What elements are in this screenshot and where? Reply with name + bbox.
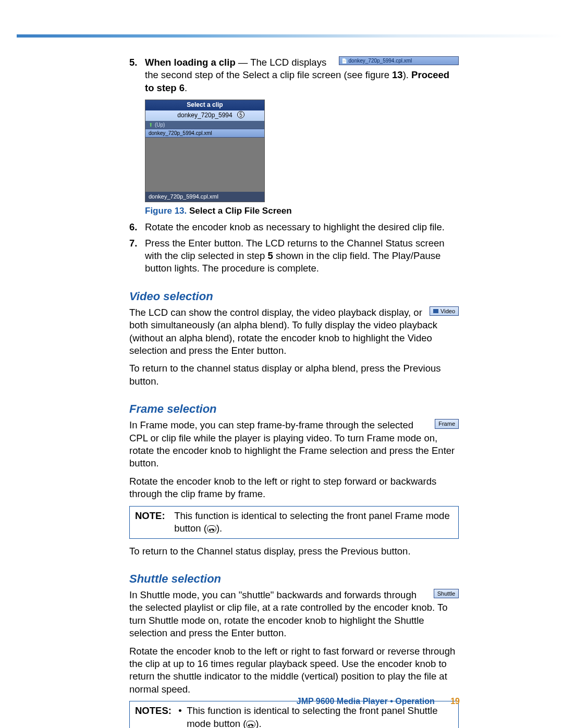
- shuttle-p1: Shuttle In Shuttle mode, you can "shuttl…: [129, 589, 459, 640]
- frame-note-t2: ).: [216, 523, 222, 534]
- notes1-t2: ).: [255, 718, 261, 728]
- notes1-t1: This function is identical to selecting …: [187, 705, 437, 728]
- step5-figref: 13: [392, 69, 403, 80]
- video-p2: To return to the channel status display …: [129, 362, 459, 388]
- clip-screen-header: Select a clip: [145, 100, 264, 110]
- frame-badge: Frame: [435, 419, 459, 429]
- step-5: 5. donkey_720p_5994.cpl.xml When loading…: [129, 56, 459, 217]
- shuttle-badge-label: Shuttle: [437, 590, 455, 598]
- step6-text: Rotate the encoder knob as necessary to …: [145, 221, 445, 232]
- page-number: 19: [450, 697, 460, 706]
- video-p1: Video The LCD can show the control displ…: [129, 306, 459, 357]
- heading-shuttle-selection: Shuttle selection: [129, 572, 459, 586]
- step-6: 6. Rotate the encoder knob as necessary …: [129, 221, 459, 233]
- figure-number: Figure 13.: [145, 206, 187, 216]
- callout-circle-5: 5: [237, 111, 244, 118]
- shuttle-mode-icon: [246, 721, 255, 728]
- video-p1-text: The LCD can show the control display, th…: [129, 307, 437, 356]
- notes-list: This function is identical to selecting …: [178, 705, 451, 728]
- step5-cont3: .: [185, 82, 187, 93]
- step5-cont2: ).: [403, 69, 411, 80]
- step5-cont1: second step of the Select a clip file sc…: [161, 69, 392, 80]
- frame-p2: Rotate the encoder knob to the left or r…: [129, 475, 459, 501]
- figure-13: Select a clip donkey_720p_5994 5 (Up) do…: [145, 100, 459, 217]
- step-number: 5.: [129, 56, 137, 69]
- step5-lead-bold: When loading a clip: [145, 57, 236, 68]
- step-number: 7.: [129, 237, 137, 250]
- frame-p3: To return to the Channel status display,…: [129, 545, 459, 558]
- frame-mode-icon: [207, 525, 216, 533]
- figure-caption: Figure 13. Select a Clip File Screen: [145, 205, 459, 217]
- clip-body-empty: [145, 138, 264, 192]
- frame-p1-text: In Frame mode, you can step frame-by-fra…: [129, 419, 455, 468]
- clip-row-selected: donkey_720p_5994.cpl.xml: [145, 129, 264, 138]
- step-number: 6.: [129, 221, 137, 233]
- frame-p1: Frame In Frame mode, you can step frame-…: [129, 419, 459, 470]
- clip-row-up: (Up): [145, 121, 264, 129]
- note-label: NOTE:: [135, 510, 172, 522]
- clip-sub-text: donkey_720p_5994: [177, 112, 232, 119]
- heading-video-selection: Video selection: [129, 290, 459, 303]
- inline-screenshot-clip-row: donkey_720p_5994.cpl.xml: [339, 56, 459, 65]
- header-gradient: [17, 34, 563, 38]
- clip-screen: Select a clip donkey_720p_5994 5 (Up) do…: [145, 100, 265, 202]
- heading-frame-selection: Frame selection: [129, 402, 459, 416]
- step-7: 7. Press the Enter button. The LCD retur…: [129, 237, 459, 275]
- shuttle-p2: Rotate the encoder knob to the left or r…: [129, 645, 459, 696]
- video-icon: [433, 309, 438, 313]
- frame-note-box: NOTE: This function is identical to sele…: [129, 506, 459, 539]
- shuttle-p1-text: In Shuttle mode, you can "shuttle" backw…: [129, 589, 448, 638]
- notes-item-1: This function is identical to selecting …: [178, 705, 451, 728]
- figure-title: Select a Clip File Screen: [187, 206, 291, 216]
- page-content: { "step5": { "num": "5.", "lead_bold": "…: [129, 56, 459, 728]
- clip-footer: donkey_720p_5994.cpl.xml: [145, 192, 264, 202]
- footer-text: JMP 9600 Media Player • Operation: [297, 697, 435, 706]
- frame-badge-label: Frame: [438, 420, 455, 428]
- notes-label: NOTES:: [135, 705, 176, 717]
- video-badge: Video: [430, 306, 459, 316]
- note-text: This function is identical to selecting …: [174, 510, 450, 535]
- step7-bold: 5: [268, 250, 273, 261]
- shuttle-badge: Shuttle: [434, 589, 459, 599]
- page-footer: JMP 9600 Media Player • Operation 19: [297, 697, 460, 706]
- video-badge-label: Video: [440, 307, 455, 315]
- clip-screen-subheader: donkey_720p_5994 5: [145, 110, 264, 121]
